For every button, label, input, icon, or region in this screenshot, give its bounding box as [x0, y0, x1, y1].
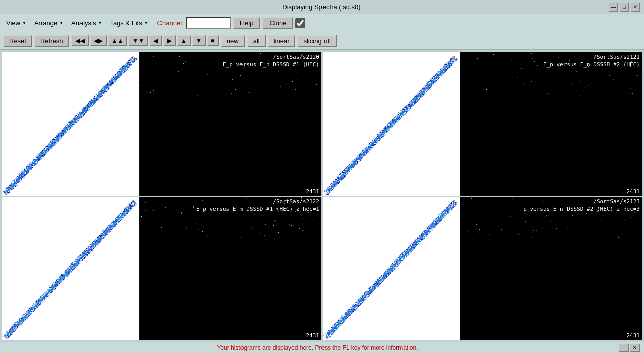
plot-canvas-3: [2, 197, 321, 340]
nav-left-button[interactable]: ◀: [149, 35, 162, 46]
clone-button[interactable]: Clone: [262, 17, 293, 29]
linear-button[interactable]: linear: [268, 35, 296, 47]
status-close-button[interactable]: ✕: [630, 344, 640, 352]
chevron-down-icon: ▼: [98, 21, 102, 25]
menu-analysis[interactable]: Analysis ▼: [68, 18, 105, 28]
chevron-down-icon: ▼: [144, 21, 148, 25]
nav-group-1: ◀◀ ◀▶ ▲▲ ▼▼ ◀ ▶ ▲ ▼ ■: [71, 35, 219, 46]
plot3-x-min: 0: [4, 332, 8, 339]
plot-panel-4[interactable]: 1031 /SortSas/s2123 p versus E_n DSSSD #…: [323, 197, 642, 340]
channel-label: Channel:: [157, 19, 184, 27]
status-controls: — ✕: [619, 344, 640, 352]
plot4-x-max: 2431: [627, 332, 640, 339]
plot4-y-label: 1031: [325, 199, 338, 205]
nav-up-up-button[interactable]: ▲▲: [108, 35, 128, 46]
new-button[interactable]: new: [221, 35, 245, 47]
status-bar: Your histograms are displayed here. Pres…: [0, 342, 644, 353]
status-message: Your histograms are displayed here. Pres…: [16, 344, 619, 351]
main-content: 1031 /SortSas/s2120 E_p versus E_n DSSSD…: [0, 50, 644, 342]
all-button[interactable]: all: [247, 35, 266, 47]
plot1-x-min: 0: [4, 188, 8, 195]
nav-first-button[interactable]: ◀◀: [71, 35, 89, 46]
checkbox-toggle[interactable]: [295, 18, 305, 28]
close-button[interactable]: ✕: [631, 3, 640, 12]
nav-up-button[interactable]: ▲: [177, 35, 191, 46]
window-title: Displaying Spectra (.sd.s0): [34, 3, 609, 11]
plot2-header: /SortSas/s2121 E_p versus E_n DSSSD #2 (…: [543, 53, 640, 69]
nav-stop-button[interactable]: ■: [207, 35, 219, 46]
plot1-header: /SortSas/s2120 E_p versus E_n DSSSD #1 (…: [223, 53, 319, 69]
plot2-x-min: 0: [325, 188, 328, 195]
plot2-x-max: 2431: [627, 188, 640, 195]
plot-canvas-1: [2, 52, 321, 196]
minimize-button[interactable]: —: [609, 3, 618, 12]
plot3-y-label: 1031: [4, 199, 18, 205]
menu-tags-fits[interactable]: Tags & Fits ▼: [107, 18, 151, 28]
reset-button[interactable]: Reset: [3, 35, 32, 47]
toolbar: Reset Refresh ◀◀ ◀▶ ▲▲ ▼▼ ◀ ▶ ▲ ▼ ■ new …: [0, 32, 644, 50]
menu-bar: View ▼ Arrange ▼ Analysis ▼ Tags & Fits …: [0, 14, 644, 32]
plot-panel-1[interactable]: 1031 /SortSas/s2120 E_p versus E_n DSSSD…: [2, 52, 321, 196]
plot-panel-2[interactable]: 1031 /SortSas/s2121 E_p versus E_n DSSSD…: [323, 52, 642, 196]
refresh-button[interactable]: Refresh: [34, 35, 69, 47]
maximize-button[interactable]: □: [620, 3, 629, 12]
plot3-header: /SortSas/s2122 E_p versus E_n DSSSD #1 (…: [196, 198, 319, 213]
chevron-down-icon: ▼: [22, 21, 26, 25]
checkbox-container: [295, 18, 305, 28]
menu-arrange[interactable]: Arrange ▼: [31, 18, 66, 28]
plot-panel-3[interactable]: 1031 /SortSas/s2122 E_p versus E_n DSSSD…: [2, 197, 321, 340]
status-minimize-button[interactable]: —: [619, 344, 629, 352]
plot-canvas-2: [323, 52, 642, 196]
nav-down-down-button[interactable]: ▼▼: [128, 35, 148, 46]
menu-view[interactable]: View ▼: [3, 18, 29, 28]
window-controls: — □ ✕: [609, 3, 640, 12]
chevron-down-icon: ▼: [59, 21, 63, 25]
nav-prev-button[interactable]: ◀▶: [90, 35, 107, 46]
nav-right-button[interactable]: ▶: [163, 35, 176, 46]
plot4-header: /SortSas/s2123 p versus E_n DSSSD #2 (HE…: [523, 198, 640, 213]
channel-input[interactable]: [186, 17, 231, 29]
slicing-button[interactable]: slicing off: [297, 35, 337, 47]
plot1-y-label: 1031: [4, 54, 18, 61]
plot2-y-label: 1031: [325, 54, 338, 61]
plot-canvas-4: [323, 197, 642, 340]
help-button[interactable]: Help: [233, 17, 261, 29]
title-bar: Displaying Spectra (.sd.s0) — □ ✕: [0, 0, 644, 14]
plot4-x-min: 0: [325, 332, 328, 339]
nav-down-button[interactable]: ▼: [192, 35, 206, 46]
plot1-x-max: 2431: [306, 188, 320, 195]
plot3-x-max: 2431: [306, 332, 320, 339]
